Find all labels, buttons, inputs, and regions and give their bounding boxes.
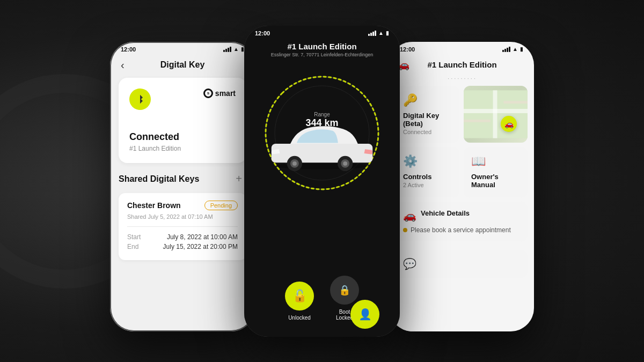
page-title: Digital Key: [160, 60, 205, 70]
car-image: [260, 109, 384, 179]
status-icons-right: ▲ ▮: [502, 46, 523, 52]
person-icon: 👤: [358, 308, 372, 321]
wifi-icon-right: ▲: [513, 46, 518, 52]
extra-button[interactable]: 👤: [350, 300, 379, 329]
signal-icon: [223, 47, 231, 52]
map-card[interactable]: 🚗: [464, 86, 528, 143]
bottom-card[interactable]: 💬: [396, 250, 528, 278]
battery-icon-mid: ▮: [386, 30, 389, 36]
unlock-label: Unlocked: [288, 315, 311, 321]
phones-container: 12:00 ▲ ▮ ‹ Digital: [0, 0, 644, 362]
controls-subtitle: 2 Active: [403, 182, 452, 188]
car-location-pin: 🚗: [501, 116, 517, 132]
controls-card[interactable]: ⚙️ Controls 2 Active: [396, 147, 459, 197]
vehicle-details-card[interactable]: 🚗 Vehicle Details Please book a service …: [396, 202, 528, 241]
svg-point-10: [343, 161, 347, 166]
svg-point-7: [292, 161, 297, 166]
shared-keys-title: Shared Digital Keys: [119, 174, 199, 184]
vehicle-details-icon: 🚗: [403, 209, 416, 222]
divider: [127, 226, 238, 227]
alert-dot: [403, 228, 407, 232]
signal-icon-right: [502, 47, 510, 52]
svg-rect-14: [464, 119, 491, 122]
smart-logo: s smart: [203, 88, 236, 98]
key-card-icon: 🔑: [403, 93, 452, 107]
phone-middle: 12:00 ▲ ▮ #1 Launch Edition: [244, 26, 400, 337]
shared-date: Shared July 5, 2022 at 07:10 AM: [127, 213, 238, 220]
shared-key-item: Chester Brown Pending Shared July 5, 202…: [119, 193, 246, 260]
car-svg: [263, 114, 381, 173]
status-icons-left: ▲ ▮: [223, 46, 244, 52]
subtitle-row: · · · · · · · · ·: [389, 75, 534, 86]
car-model-subtitle: #1 Launch Edition: [129, 145, 236, 152]
back-button[interactable]: ‹: [121, 59, 125, 71]
battery-icon-right: ▮: [520, 46, 523, 52]
car-model-name: #1 Launch Edition: [244, 42, 400, 51]
left-header: ‹ Digital Key: [110, 55, 255, 78]
manual-icon: 📖: [471, 154, 520, 168]
lock-open-icon: 🔓: [292, 289, 307, 303]
controls-icon: ⚙️: [403, 154, 452, 168]
connected-status: Connected: [129, 131, 236, 143]
status-bar-middle: 12:00 ▲ ▮: [244, 30, 400, 36]
car-model-header: #1 Launch Edition Esslinger Str. 7, 7077…: [244, 42, 400, 57]
shared-key-name: Chester Brown: [127, 201, 181, 210]
car-location: Esslinger Str. 7, 70771 Leinfelden-Echte…: [244, 52, 400, 57]
digital-key-status: Connected: [403, 129, 452, 135]
middle-screen: 12:00 ▲ ▮ #1 Launch Edition: [244, 26, 400, 337]
vehicle-details-title: Vehicle Details: [421, 209, 470, 217]
end-date-row: End July 15, 2022 at 20:00 PM: [127, 243, 238, 250]
alert-message: Please book a service appointment: [411, 226, 511, 234]
time-right: 12:00: [400, 46, 415, 53]
fingerprint-icon: 🔒: [339, 284, 350, 296]
svg-rect-4: [272, 144, 373, 162]
start-date-row: Start July 8, 2022 at 10:00 AM: [127, 233, 238, 241]
right-header: 🚗 #1 Launch Edition: [389, 55, 534, 75]
time-middle: 12:00: [255, 30, 270, 36]
status-icons-middle: ▲ ▮: [368, 30, 389, 36]
status-bar-right: 12:00 ▲ ▮: [389, 42, 534, 55]
extra-control: 👤: [350, 300, 379, 329]
scene: 12:00 ▲ ▮ ‹ Digital: [0, 0, 644, 362]
chat-icon: 💬: [403, 257, 416, 270]
wifi-icon: ▲: [233, 46, 239, 52]
signal-icon-mid: [368, 31, 376, 36]
wifi-icon-mid: ▲: [378, 30, 384, 36]
menu-grid: 🔑 Digital Key(Beta) Connected: [389, 86, 534, 197]
digital-key-card: s smart Connected #1 Launch Edition: [119, 78, 246, 163]
owners-manual-card[interactable]: 📖 Owner's Manual: [464, 147, 528, 197]
shared-keys-section: Shared Digital Keys + Chester Brown Pend…: [110, 172, 255, 260]
svg-rect-13: [493, 90, 497, 138]
digital-key-title: Digital Key(Beta): [403, 112, 452, 128]
manual-title: Owner's Manual: [471, 173, 520, 189]
controls-title: Controls: [403, 173, 452, 181]
svg-rect-15: [503, 101, 528, 104]
bluetooth-icon: [129, 88, 151, 110]
phone-left: 12:00 ▲ ▮ ‹ Digital: [110, 42, 255, 331]
right-page-title: #1 Launch Edition: [409, 60, 515, 69]
map-roads: [464, 86, 528, 143]
service-alert: Please book a service appointment: [403, 226, 520, 234]
unlock-button[interactable]: 🔓: [285, 282, 314, 311]
pending-badge: Pending: [204, 201, 238, 210]
unlock-control[interactable]: 🔓 Unlocked: [285, 282, 314, 321]
time-left: 12:00: [121, 46, 136, 53]
phone-right: 12:00 ▲ ▮ 🚗 #1 Laun: [389, 42, 534, 331]
status-bar-left: 12:00 ▲ ▮: [110, 42, 255, 55]
digital-key-card-right[interactable]: 🔑 Digital Key(Beta) Connected: [396, 86, 459, 143]
